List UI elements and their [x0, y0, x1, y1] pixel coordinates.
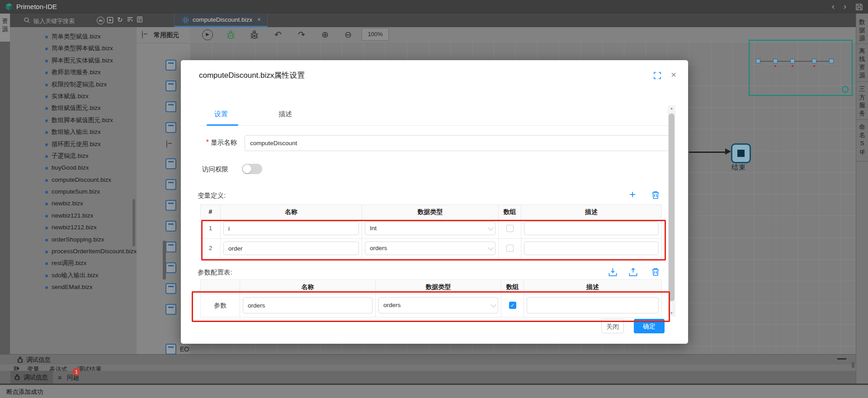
scrollbar-thumb[interactable]: [669, 114, 675, 301]
list-item[interactable]: 数组赋值图元.bizx: [10, 102, 137, 114]
palette-item-icon[interactable]: [165, 101, 176, 112]
collapse-icon[interactable]: [142, 30, 143, 39]
debug-tab-results[interactable]: 调试结果: [77, 366, 102, 371]
list-item[interactable]: 教师新增服务.bizx: [10, 66, 137, 78]
palette-item-icon[interactable]: [165, 122, 176, 133]
bullet-icon: [45, 155, 48, 158]
bullet-icon: [45, 71, 48, 74]
group-collapse-icon[interactable]: [166, 140, 167, 148]
palette-item-icon[interactable]: [165, 81, 176, 91]
nav-forward-icon[interactable]: ›: [844, 2, 846, 11]
palette-item-icon[interactable]: [165, 283, 176, 294]
required-asterisk: *: [206, 138, 209, 146]
status-message: 断点添加成功: [6, 388, 43, 396]
list-item[interactable]: sendEMail.bizx: [10, 281, 137, 291]
zoom-in-icon[interactable]: ⊕: [320, 29, 330, 40]
minimap-node: [790, 59, 795, 63]
fullscreen-icon[interactable]: [654, 72, 661, 79]
debug-scrollbar[interactable]: [852, 362, 854, 368]
access-toggle[interactable]: [242, 164, 262, 174]
tab-title: computeDiscount.bizx: [193, 16, 252, 23]
palette-item-icon[interactable]: [165, 158, 176, 169]
bullet-icon: [45, 95, 48, 98]
dialog-scrollbar[interactable]: ▲ ▼: [668, 105, 675, 317]
minimap-resize-handle[interactable]: [842, 86, 849, 93]
list-item[interactable]: computeDiscount.bizx: [10, 174, 137, 186]
list-item[interactable]: 权限控制逻辑流.bizx: [10, 79, 137, 90]
delete-row-icon[interactable]: [651, 267, 660, 276]
add-box-icon[interactable]: [107, 17, 113, 24]
list-item[interactable]: processOrderItemDiscount.bizx: [10, 246, 137, 257]
palette-item-icon[interactable]: [165, 262, 176, 273]
palette-item-icon[interactable]: [165, 304, 176, 315]
file-list-scrollbar[interactable]: [132, 199, 135, 246]
palette-item-icon[interactable]: [165, 242, 176, 252]
import-icon[interactable]: [608, 267, 618, 277]
minimap[interactable]: [749, 40, 853, 96]
sidebar-tab-resources[interactable]: 资源: [0, 14, 10, 42]
debug-panel-title: 调试信息: [26, 356, 51, 364]
end-node[interactable]: [731, 143, 751, 163]
ai-icon[interactable]: AI: [97, 17, 104, 24]
list-item[interactable]: sdo输入输出.bizx: [10, 270, 137, 281]
undo-icon[interactable]: ↶: [273, 29, 283, 40]
app-title: Primeton-IDE: [16, 3, 57, 10]
zoom-out-icon[interactable]: ⊖: [343, 29, 354, 40]
add-row-icon[interactable]: +: [629, 190, 636, 199]
debug-panel-header: 调试信息: [0, 354, 856, 365]
sort-list-icon[interactable]: [127, 16, 133, 23]
right-tab-datasource[interactable]: 数据源: [859, 18, 866, 43]
list-item[interactable]: rest调用.bizx: [10, 257, 137, 269]
minimap-node: [812, 59, 816, 63]
tab-close-icon[interactable]: ×: [257, 16, 261, 23]
debug-stop-icon[interactable]: [249, 29, 259, 40]
list-item[interactable]: newbiz.bizx: [10, 198, 137, 209]
tab-computediscount[interactable]: computeDiscount.bizx ×: [174, 14, 268, 27]
list-item[interactable]: orderShopping.bizx: [10, 234, 137, 246]
palette-item-icon[interactable]: [165, 200, 176, 211]
pause-play-icon[interactable]: [14, 365, 20, 371]
nav-back-icon[interactable]: ‹: [832, 2, 835, 11]
zoom-level[interactable]: 100%: [362, 28, 389, 41]
save-icon[interactable]: [855, 3, 863, 11]
list-item[interactable]: 循环图元使用.bizx: [10, 138, 137, 150]
list-item[interactable]: 实体赋值.bizx: [10, 90, 137, 102]
minimize-icon[interactable]: [837, 358, 846, 360]
redo-icon[interactable]: ↷: [296, 29, 307, 40]
tab-debug-info-label[interactable]: 调试信息: [24, 374, 48, 382]
close-icon[interactable]: ×: [671, 69, 676, 80]
list-item[interactable]: 子逻辑流.bizx: [10, 150, 137, 162]
step-run-icon[interactable]: ▶: [202, 29, 213, 40]
list-item[interactable]: 数组脚本赋值图元.bizx: [10, 114, 137, 126]
list-item[interactable]: 脚本图元实体赋值.bizx: [10, 55, 137, 66]
bullet-icon: [45, 251, 48, 253]
tab-description[interactable]: 描述: [278, 110, 292, 118]
list-item[interactable]: newbiz1212.bizx: [10, 222, 137, 233]
bullet-icon: [45, 107, 48, 110]
document-icon[interactable]: [137, 16, 143, 23]
eos-service-icon: [165, 344, 176, 355]
right-tab-named-sql[interactable]: 命名Sql: [859, 123, 866, 156]
search-input[interactable]: [33, 16, 100, 26]
delete-row-icon[interactable]: [651, 190, 660, 199]
right-tab-thirdparty-services[interactable]: 三方服务: [859, 85, 866, 118]
palette-scrollbar[interactable]: [163, 241, 166, 280]
palette-item-icon[interactable]: [165, 60, 176, 71]
export-icon[interactable]: [628, 267, 638, 277]
list-item[interactable]: 数组输入输出.bizx: [10, 126, 137, 138]
debug-tab-variables[interactable]: 变量: [27, 366, 39, 371]
debug-run-icon[interactable]: [226, 29, 236, 40]
list-item[interactable]: newbiz121.bizx: [10, 210, 137, 222]
palette-item-icon[interactable]: [165, 221, 176, 232]
tab-settings[interactable]: 设置: [214, 110, 228, 118]
palette-item-icon[interactable]: [165, 179, 176, 190]
list-item[interactable]: computeSum.bizx: [10, 186, 137, 198]
refresh-icon[interactable]: ↻: [117, 16, 123, 24]
display-name-input[interactable]: [245, 135, 670, 151]
list-item[interactable]: 简单类型赋值.bizx: [10, 31, 137, 43]
scroll-up-icon[interactable]: ▲: [668, 105, 675, 112]
debug-tab-expressions[interactable]: 表达式: [49, 366, 68, 371]
list-item[interactable]: 简单类型脚本赋值.bizx: [10, 43, 137, 54]
right-tab-offline-resources[interactable]: 离线资源: [859, 47, 866, 80]
list-item[interactable]: buyGood.bizx: [10, 162, 137, 174]
